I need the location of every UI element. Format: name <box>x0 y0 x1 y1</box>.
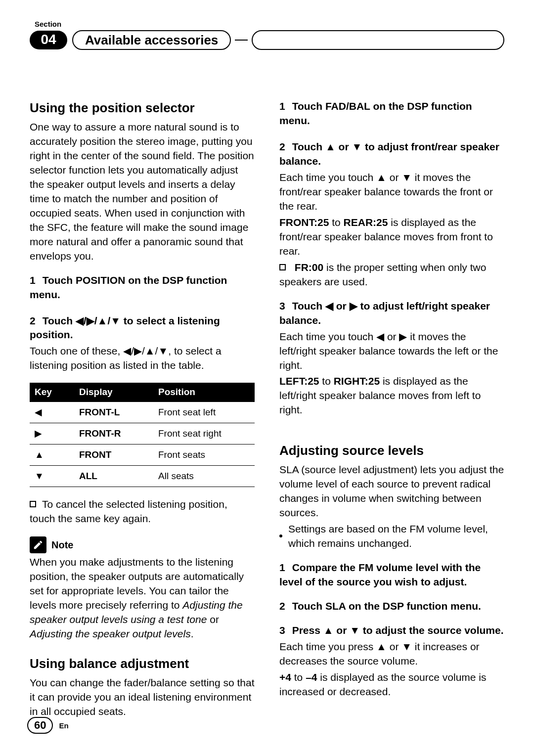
note-label: Note <box>51 538 73 552</box>
position-intro: One way to assure a more natural sound i… <box>30 120 255 264</box>
cell-display: FRONT-R <box>74 423 153 444</box>
bal-step-3-body: Each time you touch ◀ or ▶ it moves the … <box>279 330 504 373</box>
cell-display: ALL <box>74 466 153 487</box>
step-number: 1 <box>30 274 43 286</box>
table-row: ▼ ALL All seats <box>30 466 255 487</box>
cell-key: ▼ <box>30 466 74 487</box>
section-title-pill: Available accessories <box>72 30 231 50</box>
bal-step-2: 2Touch ▲ or ▼ to adjust front/rear speak… <box>279 140 504 169</box>
note-text-end: . <box>191 628 194 639</box>
table-row: ◀ FRONT-L Front seat left <box>30 402 255 423</box>
note-italic-2: Adjusting the speaker output levels <box>30 628 191 639</box>
sla-intro: SLA (source level adjustment) lets you a… <box>279 463 504 520</box>
bal-step-3: 3Touch ◀ or ▶ to adjust left/right speak… <box>279 299 504 328</box>
th-position: Position <box>153 383 255 401</box>
pos-step-2: 2Touch ◀/▶/▲/▼ to select a listening pos… <box>30 314 255 343</box>
pos-step-1: 1Touch POSITION on the DSP function menu… <box>30 273 255 302</box>
section-number-pill: 04 <box>30 31 67 49</box>
step-text: Compare the FM volume level with the lev… <box>279 562 481 587</box>
note-header: Note <box>30 536 255 553</box>
left-column: Using the position selector One way to a… <box>30 99 255 729</box>
heading-balance-adjustment: Using balance adjustment <box>30 655 255 673</box>
range-mid: to <box>329 217 343 228</box>
cell-position: Front seats <box>153 445 255 466</box>
page-header: 04 Available accessories <box>30 30 504 50</box>
cell-key: ▲ <box>30 445 74 466</box>
cell-display: FRONT <box>74 445 153 466</box>
sla-range-neg: –4 <box>306 671 317 683</box>
table-row: ▶ FRONT-R Front seat right <box>30 423 255 444</box>
fr00-label: FR:00 <box>295 262 323 273</box>
heading-position-selector: Using the position selector <box>30 99 255 117</box>
table-row: ▲ FRONT Front seats <box>30 445 255 466</box>
pos-step-2-body: Touch one of these, ◀/▶/▲/▼, to select a… <box>30 344 255 373</box>
sla-range-mid: to <box>291 671 306 683</box>
step-number: 2 <box>279 141 292 152</box>
step-text: Touch SLA on the DSP function menu. <box>292 600 481 612</box>
balance-intro: You can change the fader/balance setting… <box>30 676 255 719</box>
section-label: Section <box>35 20 504 28</box>
step-text: Touch ◀/▶/▲/▼ to select a listening posi… <box>30 315 220 341</box>
bal-step-2-range: FRONT:25 to REAR:25 is displayed as the … <box>279 216 504 259</box>
step-number: 3 <box>279 624 292 636</box>
manual-page: Section 04 Available accessories Using t… <box>0 0 534 756</box>
bullet-icon <box>279 522 282 551</box>
th-display: Display <box>74 383 153 401</box>
cell-key: ▶ <box>30 423 74 444</box>
cell-key: ◀ <box>30 402 74 423</box>
range-front: FRONT:25 <box>279 217 329 228</box>
sla-step-3-body: Each time you press ▲ or ▼ it increases … <box>279 640 504 668</box>
cell-position: All seats <box>153 466 255 487</box>
section-blank-pill <box>252 30 504 50</box>
cell-position: Front seat left <box>153 402 255 423</box>
content-columns: Using the position selector One way to a… <box>30 99 504 729</box>
note-body: When you make adjustments to the listeni… <box>30 555 255 641</box>
step-text: Touch ▲ or ▼ to adjust front/rear speake… <box>279 141 499 167</box>
sla-bullet: Settings are based on the FM volume leve… <box>279 522 504 551</box>
range-right: RIGHT:25 <box>334 375 380 387</box>
page-footer: 60 En <box>27 717 69 734</box>
page-number: 60 <box>27 717 53 734</box>
range-left: LEFT:25 <box>279 375 319 387</box>
right-column: 1Touch FAD/BAL on the DSP function menu.… <box>279 99 504 729</box>
sla-step-3: 3Press ▲ or ▼ to adjust the source volum… <box>279 623 504 638</box>
sla-range: +4 to –4 is displayed as the source volu… <box>279 670 504 699</box>
fr00-note: FR:00 is the proper setting when only tw… <box>279 261 504 289</box>
position-table: Key Display Position ◀ FRONT-L Front sea… <box>30 383 255 487</box>
bal-step-1: 1Touch FAD/BAL on the DSP function menu. <box>279 99 504 128</box>
range-mid: to <box>319 375 334 387</box>
step-text: Touch FAD/BAL on the DSP function menu. <box>279 100 472 126</box>
header-connector <box>235 40 248 41</box>
sla-bullet-text: Settings are based on the FM volume leve… <box>288 522 504 551</box>
note-text-mid: or <box>207 614 219 625</box>
sla-range-pos: +4 <box>279 671 291 683</box>
range-rear: REAR:25 <box>344 217 388 228</box>
th-key: Key <box>30 383 74 401</box>
step-text: Press ▲ or ▼ to adjust the source volume… <box>292 624 504 636</box>
step-number: 1 <box>279 100 292 112</box>
cell-position: Front seat right <box>153 423 255 444</box>
cell-display: FRONT-L <box>74 402 153 423</box>
bal-step-3-range: LEFT:25 to RIGHT:25 is displayed as the … <box>279 374 504 417</box>
step-number: 1 <box>279 562 292 573</box>
language-label: En <box>59 721 68 730</box>
cancel-note: To cancel the selected listening positio… <box>30 497 255 526</box>
sla-step-2: 2Touch SLA on the DSP function menu. <box>279 599 504 614</box>
step-number: 2 <box>30 315 43 326</box>
pencil-icon <box>30 536 46 553</box>
bal-step-2-body: Each time you touch ▲ or ▼ it moves the … <box>279 171 504 214</box>
step-number: 3 <box>279 300 292 311</box>
heading-adjusting-source-levels: Adjusting source levels <box>279 442 504 460</box>
step-text: Touch POSITION on the DSP function menu. <box>30 274 227 300</box>
step-text: Touch ◀ or ▶ to adjust left/right speake… <box>279 300 490 326</box>
step-number: 2 <box>279 600 292 612</box>
sla-step-1: 1Compare the FM volume level with the le… <box>279 561 504 589</box>
